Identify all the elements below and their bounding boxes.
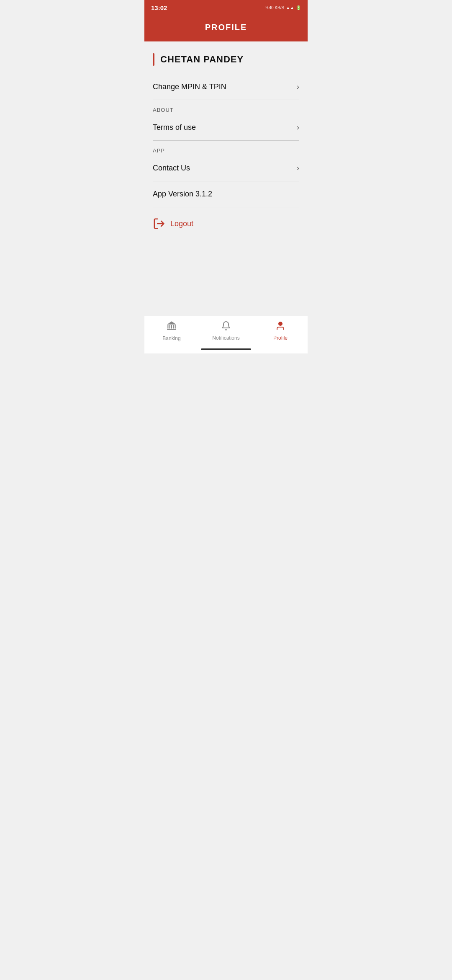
change-mpin-tpin-label: Change MPIN & TPIN <box>153 83 226 91</box>
about-section-label: ABOUT <box>144 100 308 115</box>
nav-profile[interactable]: Profile <box>253 316 308 345</box>
svg-rect-4 <box>173 325 174 328</box>
logout-label: Logout <box>170 219 193 228</box>
app-version-item: App Version 3.1.2 <box>153 181 299 207</box>
terms-chevron-right-icon: › <box>297 123 299 132</box>
status-bar: 13:02 9.40 KB/S ▲▲ 🔋 <box>144 0 308 15</box>
change-mpin-tpin-item[interactable]: Change MPIN & TPIN › <box>153 74 299 100</box>
user-name-container: CHETAN PANDEY <box>153 53 299 66</box>
svg-rect-5 <box>175 325 176 328</box>
profile-header: PROFILE <box>144 15 308 41</box>
svg-rect-6 <box>167 329 176 330</box>
contact-us-label: Contact Us <box>153 164 190 173</box>
user-section: CHETAN PANDEY <box>144 41 308 74</box>
contact-us-item[interactable]: Contact Us › <box>153 155 299 181</box>
profile-icon <box>275 321 285 333</box>
nav-banking[interactable]: Banking <box>144 316 199 345</box>
svg-point-8 <box>279 322 282 325</box>
banking-icon <box>166 320 177 334</box>
svg-rect-1 <box>167 325 168 328</box>
signal-icon: ▲▲ <box>286 5 294 10</box>
user-name-accent-bar <box>153 53 154 66</box>
chevron-right-icon: › <box>297 83 299 91</box>
logout-section[interactable]: Logout <box>144 207 308 240</box>
app-section-label: APP <box>144 141 308 155</box>
terms-of-use-item[interactable]: Terms of use › <box>153 115 299 141</box>
svg-rect-2 <box>170 325 170 328</box>
notifications-nav-label: Notifications <box>212 335 239 341</box>
banking-nav-label: Banking <box>162 335 180 341</box>
bottom-navigation: Banking Notifications Profile <box>144 316 308 345</box>
app-version-label: App Version 3.1.2 <box>153 190 212 199</box>
terms-of-use-label: Terms of use <box>153 123 196 132</box>
svg-rect-3 <box>171 325 172 328</box>
bottom-indicator <box>144 345 308 353</box>
svg-marker-7 <box>167 321 176 325</box>
about-menu-list: Terms of use › <box>144 115 308 141</box>
page-title: PROFILE <box>205 23 247 32</box>
nav-notifications[interactable]: Notifications <box>199 316 253 345</box>
battery-icon: 🔋 <box>296 5 301 10</box>
contact-chevron-right-icon: › <box>297 164 299 173</box>
logout-icon <box>153 217 165 230</box>
user-full-name: CHETAN PANDEY <box>160 54 244 65</box>
status-time: 13:02 <box>151 4 167 11</box>
network-speed: 9.40 KB/S <box>265 5 284 10</box>
status-icons: 9.40 KB/S ▲▲ 🔋 <box>265 5 301 10</box>
main-content: CHETAN PANDEY Change MPIN & TPIN › ABOUT… <box>144 41 308 316</box>
app-menu-list: Contact Us › <box>144 155 308 181</box>
notifications-icon <box>221 321 231 333</box>
profile-nav-label: Profile <box>273 335 288 341</box>
home-indicator <box>201 348 251 350</box>
menu-list: Change MPIN & TPIN › <box>144 74 308 100</box>
